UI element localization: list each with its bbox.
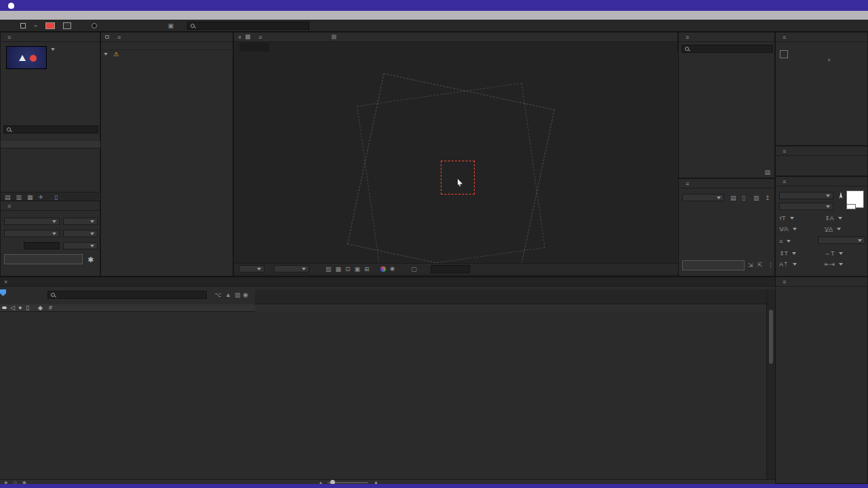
effect-header-row[interactable]: ⚠ (101, 50, 233, 58)
trash-icon[interactable]: ▯ (54, 194, 58, 201)
motion-blur-icon[interactable]: ◉ (243, 291, 248, 298)
vertical-scale-field[interactable]: ⇕T (779, 250, 796, 257)
effects-search-input[interactable] (682, 45, 773, 53)
solo-column-icon[interactable]: ● (18, 304, 22, 311)
preview-panel: ≡ (775, 146, 868, 176)
kerning-field[interactable]: V∕A (779, 226, 797, 232)
panel-menu-icon[interactable]: ≡ (686, 180, 689, 187)
offset-value-field[interactable] (24, 242, 60, 249)
share-icon[interactable]: ↥ (765, 195, 770, 201)
horizontal-scale-field[interactable]: ⇔T (825, 250, 843, 257)
magnification-dropdown[interactable] (239, 265, 264, 272)
panel-menu-icon[interactable]: ≡ (7, 203, 11, 209)
stroke-width-field[interactable]: ≡ (779, 238, 791, 245)
project-comp-name[interactable] (51, 46, 55, 53)
ease-presets-dropdown[interactable] (682, 194, 724, 201)
project-footer: ▤ ▥ ▦ ✈ ▯ (1, 192, 101, 201)
panel-menu-icon[interactable]: ≡ (686, 34, 689, 41)
tsume-field[interactable]: ⇤⇥ (825, 261, 843, 268)
mask-toggle-icon[interactable]: ▩ (336, 266, 342, 272)
label-column-icon[interactable]: ◆ (38, 304, 43, 311)
region-of-interest-icon[interactable]: ⊡ (345, 266, 351, 272)
toolbar-options: ⌁ (20, 22, 97, 29)
stagger-button[interactable] (4, 254, 83, 264)
fill-swatch[interactable] (45, 22, 55, 29)
exposure-gear-icon[interactable]: ✺ (390, 266, 395, 272)
folder-icon[interactable]: ▥ (753, 195, 760, 201)
leading-field[interactable]: ⇕A (825, 215, 842, 222)
composition-mini-flowchart-icon[interactable]: ⌥ (214, 291, 221, 298)
search-help-box[interactable] (187, 22, 309, 30)
font-family-dropdown[interactable] (779, 192, 833, 199)
panel-menu-icon[interactable]: ≡ (783, 148, 786, 155)
guides-icon[interactable]: ⊞ (364, 266, 370, 272)
close-icon[interactable]: × (4, 279, 7, 285)
font-style-dropdown[interactable] (779, 203, 833, 210)
interpret-footage-icon[interactable]: ▤ (5, 194, 11, 201)
selected-dropdown[interactable] (63, 218, 98, 225)
twirl-icon[interactable] (104, 53, 108, 56)
new-folder-icon[interactable]: ▥ (16, 194, 22, 201)
eyedropper-icon[interactable] (838, 192, 844, 199)
frames-dropdown[interactable] (63, 242, 98, 249)
panel-menu-icon[interactable]: ≡ (783, 34, 786, 41)
panel-menu-icon[interactable]: ≡ (783, 279, 786, 285)
panel-menu-icon[interactable]: ≡ (258, 34, 262, 41)
lock-icon[interactable] (105, 35, 109, 39)
ease-button[interactable] (682, 260, 745, 270)
panel-menu-icon[interactable]: ≡ (783, 178, 786, 185)
add-shape-icon[interactable] (92, 23, 97, 28)
channel-icon[interactable] (380, 266, 386, 272)
lock-column-icon[interactable]: ▯ (26, 304, 29, 311)
eye-column-icon[interactable] (2, 306, 7, 309)
font-size-field[interactable]: тT (779, 215, 794, 222)
save-preset-icon[interactable]: ▤ (730, 195, 736, 201)
stroke-width-icon: ≡ (779, 238, 783, 245)
new-preset-icon[interactable]: ▤ (764, 169, 770, 176)
ease-in-out-dropdown[interactable] (4, 230, 60, 237)
offset-layers-dropdown[interactable] (4, 218, 60, 225)
panel-menu-icon[interactable]: ≡ (117, 34, 121, 41)
project-comp-info (51, 46, 55, 54)
selection-box[interactable] (441, 161, 475, 195)
ease-in-icon[interactable]: ⇲ (748, 262, 753, 268)
project-name-column[interactable] (1, 141, 101, 148)
panel-menu-icon[interactable]: ≡ (7, 34, 11, 41)
snapping-options-icon[interactable]: ⌁ (34, 22, 37, 29)
timeline-scrollbar[interactable] (766, 289, 775, 479)
timeline-tabs: × (0, 277, 775, 287)
paragraph-indent-fields (776, 293, 867, 296)
linear-dropdown[interactable] (63, 230, 98, 237)
apple-icon[interactable] (8, 3, 14, 9)
ease-out-icon[interactable]: ⇱ (757, 262, 763, 268)
workspace-manager-icon[interactable]: ▣ (167, 22, 174, 29)
audio-column-icon[interactable]: ◁ (10, 304, 15, 311)
frame-blending-icon[interactable]: ▥ (235, 291, 241, 298)
timeline-zoom-slider[interactable] (328, 482, 368, 483)
resolution-dropdown[interactable] (274, 265, 309, 272)
tracking-field[interactable]: V̲A̲ (825, 226, 841, 232)
stroke-style-dropdown[interactable] (818, 237, 865, 244)
timeline-search-input[interactable] (47, 291, 207, 299)
baseline-shift-field[interactable]: A⇡ (779, 261, 797, 268)
viewer-timecode[interactable] (431, 265, 470, 273)
snapping-checkbox[interactable] (20, 23, 26, 28)
snapshot-camera-icon[interactable]: ▢ (411, 266, 417, 272)
grid-options-icon[interactable]: ▥ (326, 266, 332, 272)
stroke-color-swatch[interactable] (846, 204, 856, 209)
transparency-grid-icon[interactable]: ▣ (355, 266, 361, 272)
new-comp-icon[interactable]: ▦ (27, 194, 33, 201)
gear-icon[interactable]: ✱ (87, 256, 94, 264)
delete-preset-icon[interactable]: ▯ (742, 195, 745, 201)
project-search-input[interactable] (3, 125, 98, 134)
close-icon[interactable]: × (238, 34, 241, 41)
draft-3d-icon[interactable]: ▲ (225, 291, 231, 298)
search-icon (685, 47, 689, 51)
viewer-subtab-demo[interactable] (239, 43, 269, 52)
composition-viewer[interactable] (235, 52, 678, 263)
adjust-icon[interactable]: ✈ (39, 194, 44, 201)
kebab-menu-icon[interactable]: ⋮ (768, 262, 774, 268)
timeline-ruler[interactable] (255, 289, 766, 304)
stroke-swatch[interactable] (63, 22, 71, 29)
tracking-icon: V̲A̲ (825, 226, 833, 232)
